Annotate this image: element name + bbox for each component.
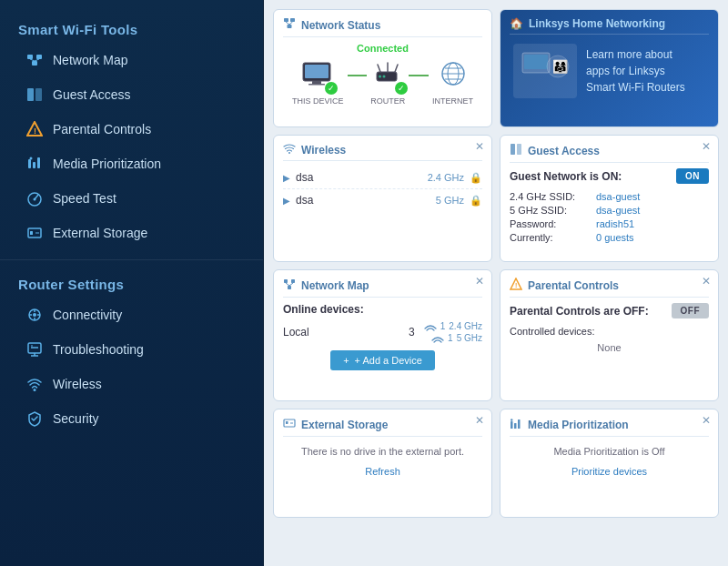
external-storage-card-title: External Storage xyxy=(301,419,388,431)
guest-info-label-0: 2.4 GHz SSID: xyxy=(510,191,596,202)
net-line-1 xyxy=(348,75,368,76)
sidebar-item-security[interactable]: Security xyxy=(0,401,263,436)
svg-rect-17 xyxy=(30,231,33,235)
linksys-text-line3: Smart Wi-Fi Routers xyxy=(586,79,685,96)
sidebar-item-external-storage[interactable]: External Storage xyxy=(0,216,263,250)
svg-rect-2 xyxy=(32,61,37,66)
connectivity-icon xyxy=(25,306,44,324)
guest-info-value-0: dsa-guest xyxy=(596,191,640,202)
net-node-device: ✓ THIS DEVICE xyxy=(292,61,344,106)
device-icon: ✓ xyxy=(301,61,334,93)
svg-line-43 xyxy=(395,65,398,72)
svg-line-62 xyxy=(289,283,293,286)
netmap-24-count: 1 xyxy=(440,321,446,331)
refresh-link[interactable]: Refresh xyxy=(283,466,482,477)
media-prioritization-header: Media Prioritization xyxy=(510,417,709,437)
wireless-row-0[interactable]: ▶ dsa 2.4 GHz 🔒 xyxy=(283,167,482,189)
netmap-5-count: 1 xyxy=(448,333,453,343)
network-diagram: ✓ THIS DEVICE ✓ ROUTER xyxy=(283,57,482,109)
svg-rect-60 xyxy=(288,286,291,289)
svg-rect-58 xyxy=(284,279,288,283)
parental-controls-card-title: Parental Controls xyxy=(528,279,619,292)
wireless-lock-1: 🔒 xyxy=(470,195,482,207)
parental-toggle-off[interactable]: OFF xyxy=(672,303,710,318)
guest-access-card-icon xyxy=(510,143,522,158)
external-storage-card: External Storage ✕ There is no drive in … xyxy=(273,409,492,518)
sidebar-item-troubleshooting[interactable]: Troubleshooting xyxy=(0,332,263,367)
parental-status-label: Parental Controls are OFF: xyxy=(510,305,649,318)
internet-label: INTERNET xyxy=(432,96,473,106)
sidebar: Smart Wi-Fi Tools Network Map Guest Acce… xyxy=(0,0,264,566)
guest-info-row-0: 2.4 GHz SSID: dsa-guest xyxy=(510,191,709,202)
sidebar-item-parental-controls[interactable]: ! Parental Controls xyxy=(0,112,263,147)
router-label: ROUTER xyxy=(370,96,405,106)
smart-wifi-title: Smart Wi-Fi Tools xyxy=(0,15,263,43)
svg-line-41 xyxy=(378,65,380,72)
svg-rect-66 xyxy=(286,421,288,424)
troubleshooting-icon xyxy=(25,340,44,359)
wireless-lock-0: 🔒 xyxy=(470,172,482,184)
svg-text:!: ! xyxy=(34,126,36,136)
guest-info-value-3: 0 guests xyxy=(596,232,634,243)
svg-rect-31 xyxy=(284,18,288,22)
guest-info-value-2: radish51 xyxy=(596,218,634,229)
svg-rect-11 xyxy=(37,157,40,168)
router-icon: ✓ xyxy=(371,61,404,93)
parental-controls-close-button[interactable]: ✕ xyxy=(702,276,711,287)
linksys-icon: 🏠 xyxy=(510,17,523,30)
guest-info-label-2: Password: xyxy=(510,218,596,229)
parental-none-label: None xyxy=(510,342,709,353)
svg-rect-56 xyxy=(511,144,515,155)
add-device-button[interactable]: + + Add a Device xyxy=(330,350,435,370)
wireless-header: Wireless xyxy=(283,143,482,161)
sidebar-item-network-map[interactable]: Network Map xyxy=(0,43,263,77)
sidebar-item-wireless[interactable]: Wireless xyxy=(0,367,263,401)
svg-point-20 xyxy=(33,313,36,317)
wireless-ssid-1: dsa xyxy=(296,194,436,207)
sidebar-label-parental-controls: Parental Controls xyxy=(53,122,151,136)
svg-line-61 xyxy=(286,283,289,286)
network-map-card: Network Map ✕ Online devices: Local 3 1 … xyxy=(273,269,492,401)
sidebar-label-wireless: Wireless xyxy=(53,377,102,391)
netmap-band-info: 1 2.4 GHz 1 5 GHz xyxy=(424,321,482,343)
net-node-internet: INTERNET xyxy=(432,61,473,106)
wireless-row-1[interactable]: ▶ dsa 5 GHz 🔒 xyxy=(283,189,482,211)
linksys-content: 👨‍👩‍👧 Learn more about apps for Linksys … xyxy=(510,40,709,102)
network-map-header: Network Map xyxy=(283,278,482,298)
sidebar-item-connectivity[interactable]: Connectivity xyxy=(0,298,263,332)
media-prioritization-icon xyxy=(25,155,44,173)
svg-rect-57 xyxy=(517,144,521,155)
linksys-card: 🏠 Linksys Home Networking 👨‍👩‍👧 Learn mo… xyxy=(500,9,719,127)
device-check-icon: ✓ xyxy=(325,82,338,95)
svg-rect-38 xyxy=(312,81,321,84)
sidebar-item-guest-access[interactable]: Guest Access xyxy=(0,77,263,112)
network-map-close-button[interactable]: ✕ xyxy=(475,276,484,287)
media-prioritization-close-button[interactable]: ✕ xyxy=(702,415,711,426)
svg-rect-5 xyxy=(27,88,34,101)
prioritize-devices-link[interactable]: Prioritize devices xyxy=(510,466,709,477)
guest-access-close-button[interactable]: ✕ xyxy=(702,141,711,152)
svg-line-4 xyxy=(35,59,39,61)
guest-toggle-on[interactable]: ON xyxy=(676,168,709,184)
guest-access-card: Guest Access ✕ Guest Network is ON: ON 2… xyxy=(500,135,719,262)
add-device-label: + Add a Device xyxy=(355,355,422,366)
linksys-image: 👨‍👩‍👧 xyxy=(513,44,577,98)
wireless-close-button[interactable]: ✕ xyxy=(475,141,484,152)
svg-rect-9 xyxy=(28,159,31,168)
sidebar-item-speed-test[interactable]: Speed Test xyxy=(0,181,263,216)
wireless-band-1: 5 GHz xyxy=(436,195,464,206)
svg-rect-52 xyxy=(524,55,548,69)
guest-info-row-3: Currently: 0 guests xyxy=(510,232,709,243)
network-map-icon xyxy=(25,51,44,69)
svg-point-15 xyxy=(34,198,36,201)
netmap-5-label: 5 GHz xyxy=(457,333,482,343)
svg-rect-68 xyxy=(511,421,513,429)
guest-info-label-3: Currently: xyxy=(510,232,596,243)
netmap-local-count: 3 xyxy=(409,326,415,339)
svg-line-3 xyxy=(30,59,35,61)
linksys-title: Linksys Home Networking xyxy=(529,17,665,30)
wireless-card-title: Wireless xyxy=(301,144,346,157)
storage-message: There is no drive in the external port. xyxy=(283,446,482,457)
external-storage-close-button[interactable]: ✕ xyxy=(475,415,484,426)
sidebar-item-media-prioritization[interactable]: Media Prioritization xyxy=(0,147,263,181)
